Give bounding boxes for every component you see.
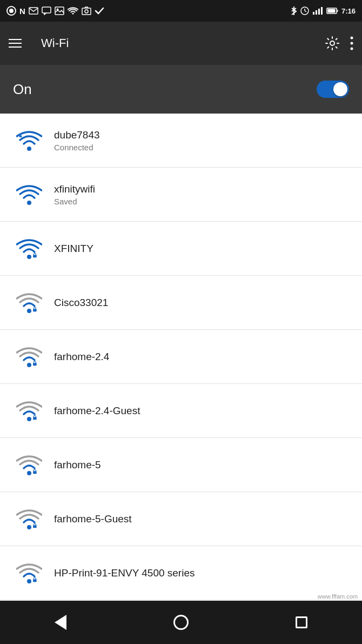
network-item[interactable]: farhome-2.4: [0, 330, 362, 384]
network-info: HP-Print-91-ENVY 4500 series: [54, 567, 195, 579]
svg-point-7: [85, 10, 88, 13]
svg-point-28: [27, 309, 31, 313]
home-icon: [173, 615, 189, 630]
network-info: dube7843 Connected: [54, 129, 100, 152]
settings-button[interactable]: [325, 36, 339, 50]
wifi-signal-icon: [13, 400, 45, 422]
svg-rect-27: [33, 255, 37, 257]
wifi-toggle-row[interactable]: On: [0, 65, 362, 114]
svg-rect-3: [42, 7, 51, 13]
svg-rect-24: [19, 135, 22, 137]
clock-icon: [300, 6, 309, 15]
network-status: Saved: [54, 197, 95, 206]
network-name: farhome-2.4: [54, 351, 109, 363]
network-info: xfinitywifi Saved: [54, 183, 95, 206]
wifi-toggle-switch[interactable]: [317, 81, 349, 98]
network-info: XFINITY: [54, 243, 93, 255]
wifi-status-icon: [68, 7, 78, 15]
menu-button[interactable]: [9, 39, 30, 48]
wifi-signal-icon: [13, 508, 45, 530]
svg-point-34: [27, 471, 31, 475]
svg-rect-29: [33, 309, 37, 311]
svg-point-19: [330, 41, 334, 45]
n-icon: N: [19, 6, 25, 16]
svg-rect-6: [82, 8, 91, 15]
svg-rect-18: [337, 10, 338, 12]
photo-icon: [82, 6, 91, 15]
status-bar-right: 7:16: [291, 6, 356, 16]
network-name: farhome-5-Guest: [54, 513, 132, 525]
svg-rect-37: [33, 525, 37, 528]
svg-point-32: [27, 417, 31, 421]
network-item[interactable]: Cisco33021: [0, 276, 362, 330]
network-info: Cisco33021: [54, 297, 108, 309]
svg-rect-12: [313, 12, 314, 15]
status-bar-left: N: [6, 6, 104, 16]
svg-point-36: [27, 525, 31, 529]
svg-point-21: [351, 42, 353, 45]
svg-point-20: [351, 37, 353, 39]
msg-icon: [42, 6, 51, 15]
svg-rect-33: [33, 417, 37, 420]
more-options-button[interactable]: [350, 36, 353, 50]
wifi-toggle-label: On: [13, 81, 32, 98]
svg-rect-39: [33, 579, 37, 582]
network-item[interactable]: XFINITY: [0, 222, 362, 276]
bluetooth-icon: [291, 6, 297, 16]
network-status: Connected: [54, 143, 100, 152]
check-icon: [95, 6, 104, 15]
network-item[interactable]: farhome-2.4-Guest: [0, 384, 362, 438]
network-name: dube7843: [54, 129, 100, 141]
wifi-signal-icon: [13, 184, 45, 205]
svg-point-26: [27, 255, 31, 259]
status-bar: N 7:16: [0, 0, 362, 22]
network-info: farhome-2.4-Guest: [54, 405, 140, 417]
svg-rect-31: [33, 363, 37, 366]
svg-point-1: [9, 9, 14, 13]
back-icon: [55, 615, 66, 630]
image-icon: [55, 6, 64, 15]
svg-point-25: [27, 201, 31, 205]
battery-icon: [326, 8, 338, 14]
wifi-signal-icon: [13, 238, 45, 260]
toolbar-actions: [325, 36, 353, 50]
svg-point-30: [27, 363, 31, 367]
network-info: farhome-2.4: [54, 351, 109, 363]
wifi-signal-icon: [13, 454, 45, 476]
network-name: farhome-2.4-Guest: [54, 405, 140, 417]
wifi-signal-icon: [13, 562, 45, 584]
network-item[interactable]: xfinitywifi Saved: [0, 168, 362, 222]
recents-icon: [296, 616, 307, 628]
svg-point-22: [351, 48, 353, 50]
wifi-signal-icon: [13, 130, 45, 151]
bottom-nav: [0, 601, 362, 644]
network-item[interactable]: HP-Print-91-ENVY 4500 series: [0, 546, 362, 600]
svg-rect-15: [321, 7, 323, 15]
svg-point-23: [27, 147, 31, 151]
network-name: xfinitywifi: [54, 183, 95, 195]
time-display: 7:16: [341, 7, 356, 15]
network-item[interactable]: dube7843 Connected: [0, 114, 362, 168]
mail-icon: [29, 7, 38, 15]
svg-rect-17: [327, 9, 335, 13]
network-name: Cisco33021: [54, 297, 108, 309]
wifi-signal-icon: [13, 346, 45, 368]
svg-point-38: [27, 579, 31, 583]
svg-line-11: [305, 11, 306, 12]
svg-rect-13: [316, 10, 317, 15]
signal-icon: [312, 6, 323, 15]
network-item[interactable]: farhome-5-Guest: [0, 492, 362, 546]
wifi-signal-icon: [13, 292, 45, 314]
network-name: farhome-5: [54, 459, 101, 471]
page-title: Wi-Fi: [41, 36, 325, 50]
network-list: dube7843 Connected xfinitywifi Saved: [0, 114, 362, 600]
svg-rect-14: [318, 9, 320, 15]
back-button[interactable]: [44, 606, 77, 639]
home-button[interactable]: [165, 606, 197, 639]
svg-rect-2: [29, 8, 38, 14]
network-item[interactable]: farhome-5: [0, 438, 362, 492]
svg-rect-35: [33, 471, 37, 474]
network-name: HP-Print-91-ENVY 4500 series: [54, 567, 195, 579]
network-info: farhome-5: [54, 459, 101, 471]
recents-button[interactable]: [285, 606, 318, 639]
